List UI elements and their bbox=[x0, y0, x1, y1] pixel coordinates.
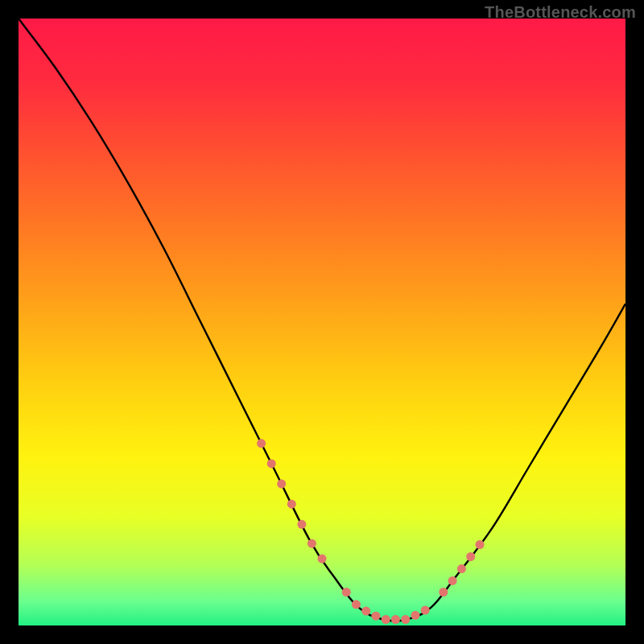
chart-svg bbox=[19, 19, 625, 625]
highlight-dot bbox=[287, 500, 296, 509]
highlight-dot bbox=[466, 552, 475, 561]
highlight-dot bbox=[318, 555, 327, 564]
highlight-dot bbox=[297, 520, 306, 529]
plot-area bbox=[19, 19, 625, 625]
highlight-dot bbox=[439, 588, 448, 597]
watermark-text: TheBottleneck.com bbox=[485, 3, 636, 22]
highlight-dot bbox=[277, 480, 286, 489]
highlight-dot bbox=[421, 606, 430, 615]
highlight-dot bbox=[448, 576, 457, 585]
gradient-background bbox=[19, 19, 625, 625]
chart-stage: TheBottleneck.com bbox=[0, 0, 644, 644]
highlight-dot bbox=[342, 588, 351, 597]
highlight-dot bbox=[391, 615, 400, 624]
highlight-dot bbox=[267, 459, 276, 468]
highlight-dot bbox=[382, 615, 390, 624]
highlight-dot bbox=[352, 600, 361, 609]
highlight-dot bbox=[371, 612, 380, 621]
highlight-dot bbox=[411, 611, 419, 620]
highlight-dot bbox=[361, 607, 370, 616]
highlight-dot bbox=[457, 564, 466, 573]
highlight-dot bbox=[257, 439, 266, 448]
highlight-dot bbox=[476, 540, 485, 549]
highlight-dot bbox=[401, 615, 410, 624]
highlight-dot bbox=[308, 539, 316, 548]
